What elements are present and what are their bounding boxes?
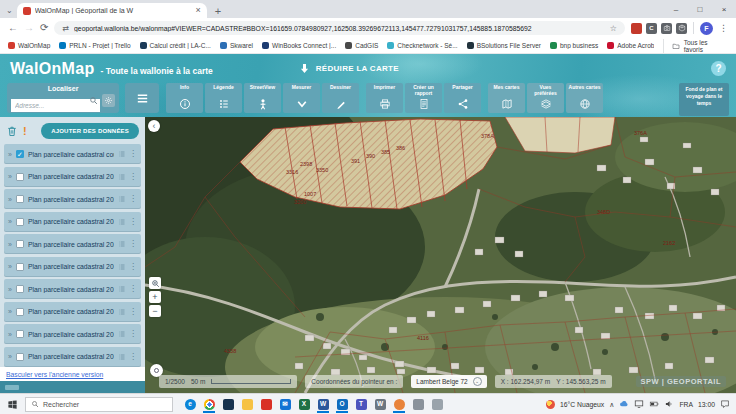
- layer-checkbox[interactable]: [16, 240, 24, 248]
- taskbar-app-outlook[interactable]: O: [334, 396, 350, 413]
- layer-row[interactable]: »Plan parcellaire cadastral 2018⋮: [4, 279, 141, 299]
- old-version-link[interactable]: Basculer vers l'ancienne version: [6, 371, 103, 378]
- tool-globe-button[interactable]: Autres cartes: [566, 83, 603, 113]
- url-text[interactable]: geoportal.wallonia.be/walonmap#VIEWER=CA…: [74, 25, 605, 32]
- layer-legend-icon[interactable]: [118, 308, 126, 316]
- layer-row[interactable]: »Plan parcellaire cadastral 2016⋮: [4, 324, 141, 344]
- expand-chevron-icon[interactable]: »: [8, 173, 12, 180]
- layer-legend-icon[interactable]: [118, 330, 126, 338]
- layer-menu-icon[interactable]: ⋮: [129, 150, 137, 158]
- tool-pencil-button[interactable]: Dessiner: [322, 83, 359, 113]
- expand-chevron-icon[interactable]: »: [8, 241, 12, 248]
- taskbar-app-edge[interactable]: e: [182, 396, 198, 413]
- map-viewport[interactable]: 33162398335039139038538610073200378A376A…: [145, 117, 736, 393]
- profile-avatar[interactable]: F: [700, 22, 713, 35]
- menu-button[interactable]: [125, 83, 159, 113]
- layer-legend-icon[interactable]: [118, 195, 126, 203]
- layer-checkbox[interactable]: [16, 330, 24, 338]
- layer-checkbox[interactable]: [16, 218, 24, 226]
- layer-legend-icon[interactable]: [118, 240, 126, 248]
- bookmark-item[interactable]: Calcul crédit | LA-C...: [140, 42, 211, 49]
- url-bar[interactable]: ⇄ geoportal.wallonia.be/walonmap#VIEWER=…: [54, 21, 625, 35]
- sidebar-collapse-button[interactable]: ‹: [148, 120, 160, 132]
- all-bookmarks-button[interactable]: Tous les favoris: [663, 39, 728, 53]
- volume-icon[interactable]: [664, 399, 674, 409]
- expand-chevron-icon[interactable]: »: [8, 151, 12, 158]
- layer-row[interactable]: »Plan parcellaire cadastral 2022⋮: [4, 189, 141, 209]
- new-tab-button[interactable]: +: [215, 6, 221, 17]
- expand-chevron-icon[interactable]: »: [8, 331, 12, 338]
- layer-checkbox[interactable]: [16, 263, 24, 271]
- browser-tab[interactable]: WalOnMap | Géoportail de la W ×: [17, 3, 207, 18]
- layer-row[interactable]: »Plan parcellaire cadastral 2017⋮: [4, 302, 141, 322]
- tool-layers-button[interactable]: Vues préférées: [527, 83, 564, 113]
- site-controls-icon[interactable]: ⇄: [62, 24, 69, 33]
- layer-legend-icon[interactable]: [118, 150, 126, 158]
- tool-printer-button[interactable]: Imprimer: [366, 83, 403, 113]
- browser-menu-icon[interactable]: ⋮: [719, 23, 728, 33]
- action-center-icon[interactable]: [720, 399, 730, 409]
- tab-close-icon[interactable]: ×: [195, 6, 200, 15]
- layer-row[interactable]: »Plan parcellaire cadastral 2023⋮: [4, 167, 141, 187]
- tab-list-chevron-icon[interactable]: ⌄: [6, 6, 13, 15]
- bookmark-item[interactable]: CadGIS: [345, 42, 378, 49]
- layer-menu-icon[interactable]: ⋮: [129, 330, 137, 338]
- help-button[interactable]: ?: [711, 61, 726, 76]
- layer-checkbox[interactable]: [16, 353, 24, 361]
- layer-menu-icon[interactable]: ⋮: [129, 195, 137, 203]
- taskbar-app-teams[interactable]: T: [353, 396, 369, 413]
- crs-select[interactable]: Lambert Belge 72 ⌄: [411, 375, 486, 388]
- expand-chevron-icon[interactable]: »: [8, 263, 12, 270]
- window-minimize-button[interactable]: –: [664, 5, 688, 14]
- layer-checkbox[interactable]: ✓: [16, 150, 24, 158]
- taskbar-search[interactable]: Rechercher: [25, 397, 173, 412]
- layer-menu-icon[interactable]: ⋮: [129, 285, 137, 293]
- layer-menu-icon[interactable]: ⋮: [129, 218, 137, 226]
- reload-button[interactable]: ⟳: [40, 23, 48, 33]
- taskbar-app-explorer[interactable]: [239, 396, 255, 413]
- window-maximize-button[interactable]: □: [688, 5, 712, 14]
- tray-expand-chevron[interactable]: ∧: [609, 401, 614, 408]
- tool-person-button[interactable]: StreetView: [244, 83, 281, 113]
- expand-chevron-icon[interactable]: »: [8, 353, 12, 360]
- keyboard-language[interactable]: FRA: [679, 401, 693, 408]
- tool-mapfold-button[interactable]: Mes cartes: [488, 83, 525, 113]
- extension-c-icon[interactable]: C: [646, 23, 657, 34]
- reduce-map-button[interactable]: RÉDUIRE LA CARTE: [299, 63, 399, 74]
- taskbar-app-firefox[interactable]: [391, 396, 407, 413]
- localiser-settings-button[interactable]: [102, 94, 115, 107]
- display-icon[interactable]: [634, 399, 644, 409]
- layer-menu-icon[interactable]: ⋮: [129, 263, 137, 271]
- scale-value[interactable]: 1/2500: [165, 378, 185, 385]
- layer-row[interactable]: »Plan parcellaire cadastral 2021⋮: [4, 212, 141, 232]
- address-input[interactable]: [11, 99, 100, 112]
- window-close-button[interactable]: ×: [712, 5, 736, 14]
- weather-icon[interactable]: [546, 400, 555, 409]
- zoom-box-tool[interactable]: [149, 277, 161, 289]
- expand-chevron-icon[interactable]: »: [8, 218, 12, 225]
- forward-button[interactable]: →: [24, 23, 34, 33]
- taskbar-app-stats[interactable]: [429, 396, 445, 413]
- layer-row[interactable]: »✓Plan parcellaire cadastral courant⋮: [4, 144, 141, 164]
- bookmark-item[interactable]: bnp business: [550, 42, 598, 49]
- layer-menu-icon[interactable]: ⋮: [129, 353, 137, 361]
- search-icon[interactable]: [89, 96, 98, 105]
- start-button[interactable]: [3, 399, 21, 410]
- bookmark-item[interactable]: Checknetwork - Sé...: [387, 42, 457, 49]
- extension-camera-icon[interactable]: [661, 23, 672, 34]
- layer-checkbox[interactable]: [16, 173, 24, 181]
- tool-info-button[interactable]: Info: [166, 83, 203, 113]
- tool-share-button[interactable]: Partager: [444, 83, 481, 113]
- bookmark-item[interactable]: PRLN - Projet | Trello: [59, 42, 130, 49]
- layer-menu-icon[interactable]: ⋮: [129, 173, 137, 181]
- layer-legend-icon[interactable]: [118, 263, 126, 271]
- weather-label[interactable]: 16°C Nuageux: [560, 401, 604, 408]
- taskbar-app-calculator[interactable]: [410, 396, 426, 413]
- taskbar-app-photos[interactable]: [220, 396, 236, 413]
- layer-legend-icon[interactable]: [118, 285, 126, 293]
- taskbar-app-acrobat[interactable]: [258, 396, 274, 413]
- layer-checkbox[interactable]: [16, 285, 24, 293]
- zoom-in-button[interactable]: +: [149, 291, 161, 303]
- layer-legend-icon[interactable]: [118, 353, 126, 361]
- layer-row[interactable]: »Plan parcellaire cadastral 2019⋮: [4, 257, 141, 277]
